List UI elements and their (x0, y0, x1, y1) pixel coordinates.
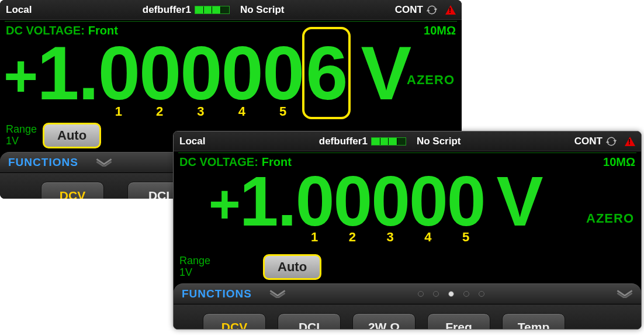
reading-int[interactable]: 1 (37, 29, 78, 117)
reading-digit-6[interactable]: 6 (302, 27, 350, 119)
range-label: Range 1V (6, 124, 37, 147)
input-impedance: 10MΩ (424, 24, 456, 37)
fn-dci-button[interactable]: DCI (278, 313, 341, 330)
reading-sign: + (4, 43, 37, 109)
active-buffer[interactable]: defbuffer1 (143, 4, 230, 16)
script-status[interactable]: No Script (240, 4, 285, 16)
digit-index: 3 (387, 230, 394, 245)
fn-dcv-button[interactable]: DCV (203, 313, 266, 330)
digit-index: 2 (349, 230, 356, 245)
warning-icon[interactable] (625, 137, 635, 146)
pager-dot[interactable] (463, 291, 469, 297)
digit-index: 5 (279, 104, 286, 119)
azero-indicator: AZERO (586, 211, 634, 226)
functions-title: FUNCTIONS (8, 156, 78, 169)
digit-index: 2 (156, 104, 163, 119)
instrument-screen-b: Local defbuffer1 No Script CONT DC VOLTA… (173, 131, 642, 330)
range-auto-button[interactable]: Auto (43, 123, 101, 148)
digit-index: 3 (197, 104, 204, 119)
buffer-fill-icon (195, 6, 230, 14)
digit-index: 1 (115, 104, 122, 119)
input-impedance: 10MΩ (603, 155, 635, 169)
active-buffer[interactable]: defbuffer1 (319, 136, 406, 147)
pager-dot[interactable] (479, 291, 484, 297)
reading-digit-4[interactable]: 04 (221, 29, 262, 117)
reading-unit: V (497, 162, 543, 240)
status-bar: Local defbuffer1 No Script CONT (0, 0, 462, 20)
reading-digit-2[interactable]: 02 (334, 161, 372, 241)
digit-index: 4 (424, 230, 431, 245)
reading-digit-4[interactable]: 04 (409, 161, 447, 241)
reading-unit: V (361, 30, 412, 116)
chevron-down-icon (269, 290, 286, 298)
swipe-pager (286, 291, 617, 297)
warning-icon[interactable] (445, 5, 456, 15)
fn-temp-button[interactable]: Temp (502, 313, 565, 330)
reading-digit-5[interactable]: 05 (447, 161, 485, 241)
fn-freq-button[interactable]: Freq (427, 313, 490, 330)
digit-index: 5 (462, 230, 469, 245)
reading-digit-3[interactable]: 03 (180, 29, 221, 117)
reading-sign: + (209, 173, 240, 234)
digit-index: 1 (311, 230, 318, 245)
comm-mode[interactable]: Local (179, 136, 205, 147)
functions-row: DCVDCI2W ΩFreqTemp (174, 304, 641, 330)
fn-dcv-button[interactable]: DCV (41, 182, 104, 199)
trigger-mode[interactable]: CONT (395, 4, 437, 16)
reading-digit-1[interactable]: 01 (296, 161, 334, 241)
script-status[interactable]: No Script (417, 136, 461, 147)
reading-digit-3[interactable]: 03 (371, 161, 409, 241)
reading-int[interactable]: 1 (240, 161, 278, 241)
fn-2w-button[interactable]: 2W Ω (352, 313, 416, 330)
range-row: Range 1V Auto (174, 251, 641, 283)
pager-dot[interactable] (448, 291, 454, 297)
chevron-down-icon (617, 290, 633, 298)
reading-digit-1[interactable]: 01 (98, 29, 139, 117)
comm-mode[interactable]: Local (6, 4, 32, 16)
reading-digit-2[interactable]: 02 (139, 29, 180, 117)
cycle-icon (427, 5, 437, 15)
range-auto-button[interactable]: Auto (263, 254, 321, 280)
digit-index: 4 (238, 104, 245, 119)
pager-dot[interactable] (418, 291, 424, 297)
main-reading: +1.01020304056V AZERO (0, 37, 462, 119)
main-reading: +1.0102030405V AZERO (174, 169, 641, 251)
buffer-fill-icon (371, 137, 406, 146)
status-bar: Local defbuffer1 No Script CONT (174, 131, 641, 151)
range-label: Range 1V (179, 255, 210, 279)
functions-swipe-header[interactable]: FUNCTIONS (174, 283, 641, 304)
reading-digit-5[interactable]: 05 (262, 29, 303, 117)
functions-title: FUNCTIONS (182, 287, 252, 300)
trigger-mode[interactable]: CONT (574, 136, 617, 147)
cycle-icon (606, 136, 617, 147)
chevron-down-icon (96, 158, 112, 167)
pager-dot[interactable] (433, 291, 439, 297)
azero-indicator: AZERO (407, 72, 455, 88)
